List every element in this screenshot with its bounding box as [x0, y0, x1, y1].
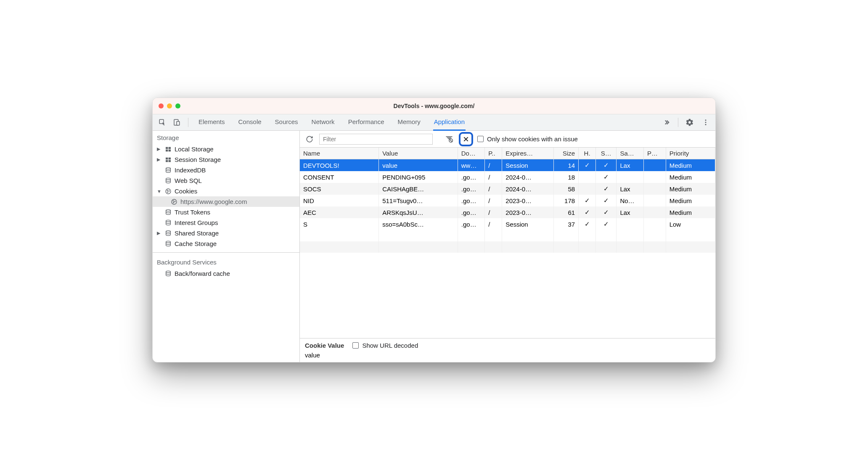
column-header[interactable]: Value: [379, 148, 458, 159]
svg-rect-6: [166, 147, 168, 149]
svg-rect-12: [166, 160, 168, 162]
column-header[interactable]: H.: [579, 148, 596, 159]
column-header[interactable]: Priority: [666, 148, 715, 159]
sidebar-item-label: Back/forward cache: [175, 270, 230, 277]
column-header[interactable]: Sa…: [617, 148, 644, 159]
tab-performance[interactable]: Performance: [347, 114, 385, 131]
toolbar-separator: [678, 118, 678, 127]
cell-size: 14: [554, 159, 579, 172]
svg-point-3: [705, 119, 707, 121]
table-row[interactable]: SOCSCAISHAgBE….go…/2024-0…58✓LaxMedium: [300, 183, 715, 195]
sidebar-item-label: https://www.google.com: [180, 198, 247, 205]
column-header[interactable]: S…: [596, 148, 617, 159]
column-header[interactable]: P…: [643, 148, 666, 159]
svg-point-26: [166, 230, 171, 232]
column-header[interactable]: Size: [554, 148, 579, 159]
column-header[interactable]: Name: [300, 148, 379, 159]
cell-expires: Session: [502, 218, 554, 230]
sidebar-item-label: Trust Tokens: [175, 209, 210, 216]
cell-http: ✓: [579, 159, 596, 172]
svg-point-28: [166, 271, 171, 272]
svg-point-20: [172, 199, 177, 204]
cell-name: SOCS: [300, 183, 379, 195]
cell-value: 511=Tsugv0…: [379, 195, 458, 206]
cell-http: [579, 171, 596, 183]
tab-network[interactable]: Network: [311, 114, 336, 131]
tab-console[interactable]: Console: [238, 114, 262, 131]
cookie-detail: Cookie Value Show URL decoded value: [300, 338, 715, 362]
db-icon: [164, 230, 172, 237]
table-row[interactable]: Ssso=sA0bSc….go…/Session37✓✓Low: [300, 218, 715, 230]
cell-pp: [643, 218, 666, 230]
svg-rect-9: [169, 149, 171, 151]
table-row-empty: [300, 241, 715, 253]
cookies-table[interactable]: NameValueDo…P..Expires…SizeH.S…Sa…P…Prio…: [300, 148, 715, 338]
cookie-value-text: value: [305, 352, 710, 359]
chevron-icon: ▶: [157, 146, 162, 152]
sidebar-item-label: Shared Storage: [175, 230, 219, 237]
sidebar-item-label: Interest Groups: [175, 219, 218, 226]
sidebar-item-cookies[interactable]: ▼Cookies: [153, 186, 299, 196]
cell-expires: 2024-0…: [502, 171, 554, 183]
devtools-window: DevTools - www.google.com/ ElementsConso…: [152, 98, 716, 362]
panel-tabs: ElementsConsoleSourcesNetworkPerformance…: [198, 114, 658, 131]
more-tabs-icon[interactable]: [661, 117, 672, 128]
sidebar-item-https-www-google-com[interactable]: https://www.google.com: [153, 196, 299, 207]
tab-elements[interactable]: Elements: [198, 114, 226, 131]
column-header[interactable]: Expires…: [502, 148, 554, 159]
cell-name: S: [300, 218, 379, 230]
toolbar-separator: [188, 118, 188, 127]
sidebar-item-interest-groups[interactable]: Interest Groups: [153, 217, 299, 228]
chevron-icon: ▶: [157, 157, 162, 162]
svg-rect-11: [169, 157, 171, 159]
delete-all-button[interactable]: [459, 132, 473, 146]
sidebar-item-label: IndexedDB: [175, 167, 206, 174]
sidebar-item-cache-storage[interactable]: Cache Storage: [153, 238, 299, 249]
chevron-icon: ▼: [157, 189, 162, 194]
kebab-menu-icon[interactable]: [700, 117, 711, 128]
svg-point-14: [166, 167, 171, 169]
sidebar-item-label: Cache Storage: [175, 240, 217, 247]
sidebar-item-local-storage[interactable]: ▶Local Storage: [153, 144, 299, 154]
tab-memory[interactable]: Memory: [397, 114, 421, 131]
tab-application[interactable]: Application: [433, 114, 466, 131]
cell-same: Lax: [617, 183, 644, 195]
table-row[interactable]: AECARSKqsJsU….go…/2023-0…61✓✓LaxMedium: [300, 206, 715, 218]
cell-pp: [643, 195, 666, 206]
column-header[interactable]: P..: [485, 148, 502, 159]
sidebar-item-session-storage[interactable]: ▶Session Storage: [153, 154, 299, 165]
panel-body: Storage ▶Local Storage▶Session StorageIn…: [153, 131, 715, 362]
refresh-icon[interactable]: [304, 134, 315, 145]
cell-name: AEC: [300, 206, 379, 218]
sidebar-item-shared-storage[interactable]: ▶Shared Storage: [153, 228, 299, 238]
svg-point-25: [166, 220, 171, 222]
cell-domain: .go…: [458, 218, 485, 230]
checkbox-icon: [352, 342, 359, 349]
clear-filter-icon[interactable]: [444, 134, 455, 145]
sidebar-item-label: Session Storage: [175, 156, 221, 163]
grid-icon: [164, 146, 172, 153]
inspect-icon[interactable]: [157, 117, 168, 128]
db-icon: [164, 209, 172, 216]
gear-icon[interactable]: [684, 117, 695, 128]
cell-size: 61: [554, 206, 579, 218]
cell-path: /: [485, 171, 502, 183]
table-row[interactable]: CONSENTPENDING+095.go…/2024-0…18✓Medium: [300, 171, 715, 183]
tab-sources[interactable]: Sources: [274, 114, 299, 131]
device-toolbar-icon[interactable]: [171, 117, 182, 128]
sidebar-item-back-forward-cache[interactable]: Back/forward cache: [153, 268, 299, 279]
cell-path: /: [485, 206, 502, 218]
filter-input[interactable]: [319, 134, 433, 145]
column-header[interactable]: Do…: [458, 148, 485, 159]
cell-size: 37: [554, 218, 579, 230]
cell-path: /: [485, 159, 502, 172]
sidebar-item-indexeddb[interactable]: IndexedDB: [153, 165, 299, 175]
sidebar-item-trust-tokens[interactable]: Trust Tokens: [153, 207, 299, 217]
table-row[interactable]: DEVTOOLS!valueww…/Session14✓✓LaxMedium: [300, 159, 715, 172]
url-decoded-toggle[interactable]: Show URL decoded: [352, 342, 418, 349]
table-row[interactable]: NID511=Tsugv0….go…/2023-0…178✓✓No…Medium: [300, 195, 715, 206]
only-issues-label: Only show cookies with an issue: [487, 135, 578, 143]
only-issues-toggle[interactable]: Only show cookies with an issue: [477, 135, 578, 143]
svg-point-19: [167, 192, 168, 193]
sidebar-item-web-sql[interactable]: Web SQL: [153, 175, 299, 186]
